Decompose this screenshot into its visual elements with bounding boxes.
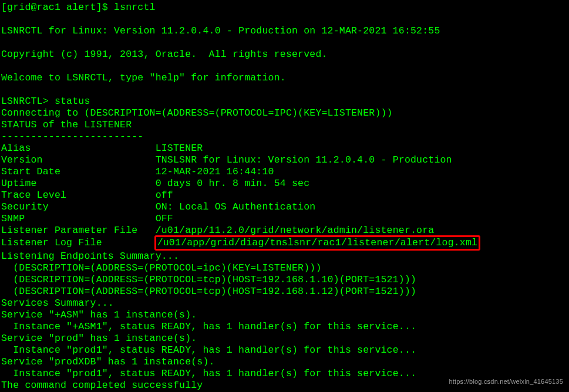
terminal-line: (DESCRIPTION=(ADDRESS=(PROTOCOL=ipc)(KEY… [1, 262, 568, 274]
log-file-path-highlight: /u01/app/grid/diag/tnslsnr/rac1/listener… [154, 235, 481, 251]
terminal-line: Service "prodXDB" has 1 instance(s). [1, 356, 568, 368]
terminal-line: Uptime 0 days 0 hr. 8 min. 54 sec [1, 178, 568, 190]
watermark-text: https://blog.csdn.net/weixin_41645135 [449, 376, 563, 387]
terminal-line: Copyright (c) 1991, 2013, Oracle. All ri… [1, 49, 568, 60]
terminal-line [1, 13, 568, 25]
listener-log-file-line: Listener Log File /u01/app/grid/diag/tns… [1, 236, 568, 251]
terminal-line [1, 37, 568, 49]
terminal-line: Connecting to (DESCRIPTION=(ADDRESS=(PRO… [1, 107, 568, 119]
terminal-line: STATUS of the LISTENER [1, 119, 568, 131]
terminal-line: (DESCRIPTION=(ADDRESS=(PROTOCOL=tcp)(HOS… [1, 286, 568, 298]
terminal-line: (DESCRIPTION=(ADDRESS=(PROTOCOL=tcp)(HOS… [1, 274, 568, 286]
log-file-label: Listener Log File [1, 237, 156, 248]
terminal-line: Instance "+ASM1", status READY, has 1 ha… [1, 321, 568, 333]
terminal-line: SNMP OFF [1, 213, 568, 225]
terminal-output-bottom: Listening Endpoints Summary... (DESCRIPT… [1, 251, 568, 391]
terminal-line [1, 84, 568, 96]
terminal-line: Listening Endpoints Summary... [1, 251, 568, 262]
terminal-line: Services Summary... [1, 298, 568, 309]
terminal-line: Trace Level off [1, 190, 568, 201]
terminal-line: Alias LISTENER [1, 143, 568, 154]
terminal-line: LSNRCTL> status [1, 96, 568, 107]
terminal-line: ------------------------ [1, 131, 568, 143]
terminal-line: Listener Parameter File /u01/app/11.2.0/… [1, 225, 568, 236]
terminal-line: Welcome to LSNRCTL, type "help" for info… [1, 72, 568, 84]
terminal-line: Start Date 12-MAR-2021 16:44:10 [1, 166, 568, 178]
terminal-line: LSNRCTL for Linux: Version 11.2.0.4.0 - … [1, 25, 568, 37]
terminal-line: Version TNSLSNR for Linux: Version 11.2.… [1, 154, 568, 166]
terminal-line: Service "+ASM" has 1 instance(s). [1, 309, 568, 321]
terminal-line: Instance "prod1", status READY, has 1 ha… [1, 344, 568, 356]
terminal-line [1, 60, 568, 72]
terminal-line: Security ON: Local OS Authentication [1, 201, 568, 213]
terminal-line: Service "prod" has 1 instance(s). [1, 333, 568, 344]
terminal-line: [grid@rac1 alert]$ lsnrctl [1, 2, 568, 13]
terminal-output-top: [grid@rac1 alert]$ lsnrctl LSNRCTL for L… [1, 2, 568, 236]
